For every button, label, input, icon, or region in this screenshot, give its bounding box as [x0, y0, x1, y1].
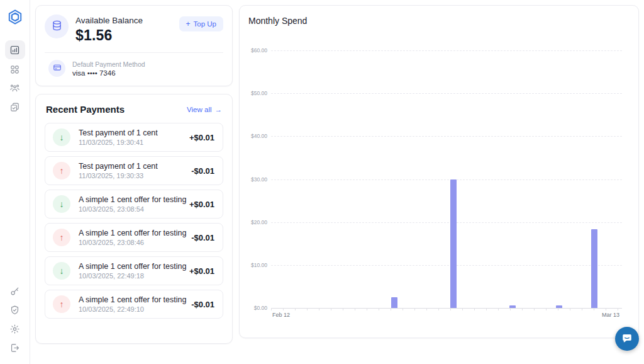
divider	[45, 52, 223, 53]
view-all-label: View all	[187, 106, 211, 113]
sidebar-item-community[interactable]	[5, 79, 25, 97]
chat-bubble-icon	[621, 333, 633, 346]
y-axis-tick-label: $30.00	[241, 176, 267, 183]
chart-title: Monthly Spend	[240, 16, 638, 26]
sidebar-item-dashboard[interactable]	[5, 40, 25, 59]
monthly-spend-card: Monthly Spend $60.00$50.00$40.00$30.00$2…	[239, 5, 639, 338]
key-icon	[9, 286, 20, 297]
y-axis-tick-label: $50.00	[241, 90, 267, 96]
payment-title: Test payment of 1 cent	[79, 162, 191, 171]
payment-method-row: Default Payment Method visa •••• 7346	[45, 60, 223, 77]
bar-chart-icon	[9, 45, 20, 55]
incoming-arrow-icon: ↓	[53, 128, 70, 146]
incoming-arrow-icon: ↓	[53, 262, 70, 280]
gridline	[271, 93, 622, 94]
payment-timestamp: 11/03/2025, 19:30:33	[79, 172, 191, 179]
payment-row[interactable]: ↑ A simple 1 cent offer for testing 10/0…	[45, 223, 223, 252]
sidebar-item-apps[interactable]	[5, 60, 25, 78]
coins-database-icon	[51, 20, 63, 34]
payment-timestamp: 11/03/2025, 19:30:41	[79, 139, 189, 146]
app-window: Available Balance $1.56 + Top Up	[0, 0, 644, 364]
payment-row[interactable]: ↓ A simple 1 cent offer for testing 10/0…	[45, 190, 223, 219]
payment-amount: -$0.01	[191, 300, 214, 309]
y-axis-tick-label: $10.00	[241, 262, 267, 268]
payment-timestamp: 10/03/2025, 22:49:10	[79, 305, 191, 313]
sidebar	[0, 0, 30, 364]
chart-x-axis: Feb 12 Mar 13	[271, 312, 622, 321]
x-axis-end-label: Mar 13	[602, 312, 619, 318]
sidebar-item-security[interactable]	[5, 301, 25, 319]
recent-payments-card: Recent Payments View all → ↓ Test paymen…	[35, 94, 233, 344]
top-up-label: Top Up	[194, 20, 216, 28]
balance-label: Available Balance	[75, 16, 179, 25]
spend-bar[interactable]	[391, 297, 397, 308]
spend-bar[interactable]	[450, 179, 457, 309]
payment-amount: +$0.01	[189, 200, 214, 209]
payments-list: ↓ Test payment of 1 cent 11/03/2025, 19:…	[45, 123, 223, 319]
apps-grid-icon	[9, 64, 20, 75]
payment-title: A simple 1 cent offer for testing	[79, 229, 191, 237]
payment-timestamp: 10/03/2025, 22:49:18	[79, 272, 189, 280]
balance-card: Available Balance $1.56 + Top Up	[35, 5, 233, 86]
payment-row[interactable]: ↓ A simple 1 cent offer for testing 10/0…	[45, 256, 223, 285]
recent-payments-title: Recent Payments	[46, 104, 125, 115]
payment-timestamp: 10/03/2025, 23:08:54	[79, 205, 189, 213]
gridline	[271, 265, 622, 266]
y-axis-tick-label: $0.00	[241, 305, 267, 311]
gridline	[271, 222, 622, 223]
y-axis-tick-label: $20.00	[241, 219, 267, 225]
payment-title: A simple 1 cent offer for testing	[79, 195, 189, 204]
view-all-link[interactable]: View all →	[187, 106, 222, 113]
plus-icon: +	[186, 20, 191, 28]
shield-check-icon	[9, 305, 20, 316]
spend-bar[interactable]	[591, 229, 597, 308]
x-axis-start-label: Feb 12	[272, 312, 290, 318]
payment-row[interactable]: ↓ Test payment of 1 cent 11/03/2025, 19:…	[45, 123, 223, 152]
sidebar-nav-top	[5, 40, 25, 116]
sidebar-nav-bottom	[5, 282, 25, 356]
gridline	[271, 136, 622, 137]
payment-method-value: visa •••• 7346	[72, 69, 145, 77]
sidebar-item-logout[interactable]	[5, 339, 25, 356]
credit-card-icon	[53, 63, 62, 74]
chart-plot: $60.00$50.00$40.00$30.00$20.00$10.00$0.0…	[271, 50, 622, 308]
app-logo[interactable]	[6, 9, 25, 28]
incoming-arrow-icon: ↓	[53, 195, 70, 213]
payment-title: Test payment of 1 cent	[79, 128, 189, 137]
sidebar-item-settings[interactable]	[5, 320, 25, 338]
payment-row[interactable]: ↑ A simple 1 cent offer for testing 10/0…	[45, 290, 223, 319]
payment-amount: +$0.01	[189, 133, 214, 142]
left-column: Available Balance $1.56 + Top Up	[35, 5, 233, 344]
payment-method-label: Default Payment Method	[72, 60, 145, 68]
gridline	[271, 179, 622, 180]
y-axis-tick-label: $60.00	[241, 47, 267, 54]
payment-title: A simple 1 cent offer for testing	[79, 262, 189, 271]
sidebar-item-api-keys[interactable]	[5, 282, 25, 300]
payment-method-icon-badge	[48, 60, 65, 77]
top-up-button[interactable]: + Top Up	[179, 16, 223, 31]
balance-amount: $1.56	[75, 27, 179, 44]
outgoing-arrow-icon: ↑	[53, 295, 70, 313]
gear-icon	[9, 324, 20, 334]
y-axis-tick-label: $40.00	[241, 133, 267, 139]
payment-amount: -$0.01	[191, 166, 214, 176]
gridline	[271, 50, 622, 51]
chat-messenger-button[interactable]	[615, 327, 639, 351]
logout-icon	[9, 343, 20, 353]
payment-amount: +$0.01	[189, 266, 214, 276]
outgoing-arrow-icon: ↑	[53, 229, 70, 246]
users-icon	[9, 83, 20, 94]
hexagon-logo-icon	[7, 9, 23, 28]
balance-icon-badge	[45, 14, 69, 38]
arrow-right-icon: →	[215, 106, 223, 113]
payment-amount: -$0.01	[191, 233, 214, 242]
main-content: Available Balance $1.56 + Top Up	[30, 0, 644, 364]
payment-row[interactable]: ↑ Test payment of 1 cent 11/03/2025, 19:…	[45, 156, 223, 185]
payment-title: A simple 1 cent offer for testing	[79, 295, 191, 304]
x-axis-ticks	[271, 308, 622, 310]
sidebar-item-tasks[interactable]	[5, 98, 25, 116]
copy-check-icon	[9, 102, 20, 113]
payment-timestamp: 10/03/2025, 23:08:46	[79, 239, 191, 246]
outgoing-arrow-icon: ↑	[53, 162, 70, 179]
